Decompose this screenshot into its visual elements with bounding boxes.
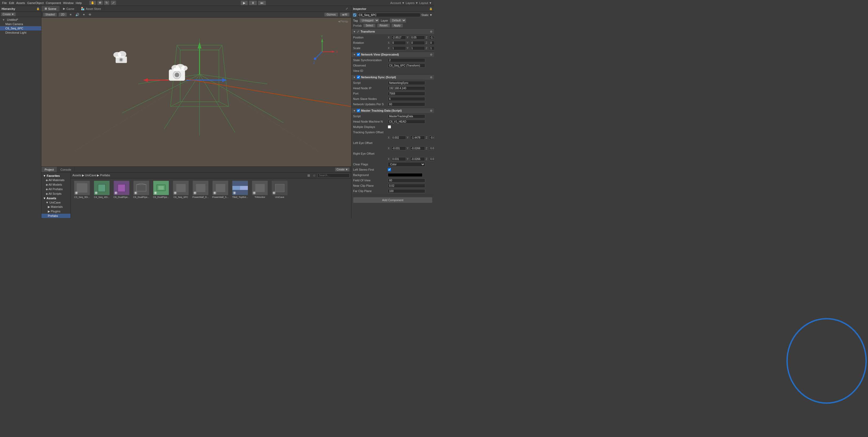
assets-menu[interactable]: Assets xyxy=(16,1,25,4)
left-eye-y-field[interactable] xyxy=(410,146,425,150)
asset-item-c3seq3di[interactable]: ▶ C3_Seq_3Di... xyxy=(73,181,91,216)
field-of-view-field[interactable] xyxy=(388,179,425,182)
hierarchy-lock-icon[interactable]: 🔒 xyxy=(36,7,39,10)
scale-y-field[interactable] xyxy=(410,46,425,50)
hierarchy-item-untitled[interactable]: ▼ Untitled* xyxy=(0,18,41,22)
asset-item-c4seq4di[interactable]: ▶ C4_Seq_4Di... xyxy=(93,181,111,216)
hierarchy-item-directional-light[interactable]: Directional Light xyxy=(0,30,41,35)
asset-search-input[interactable] xyxy=(317,174,350,178)
audio-icon[interactable]: 🔊 xyxy=(74,12,80,17)
lighting-icon[interactable]: ☀ xyxy=(68,12,73,17)
hidden-objects-icon[interactable]: 👁 xyxy=(88,12,92,17)
tab-scene[interactable]: ⊞ Scene xyxy=(41,6,60,11)
multiple-displays-checkbox[interactable] xyxy=(388,125,391,128)
all-models-item[interactable]: ◈ All Models xyxy=(41,182,70,187)
assets-section[interactable]: ▼ Assets xyxy=(41,196,70,200)
script-field[interactable] xyxy=(388,81,425,85)
all-prefabs-item[interactable]: ◈ All Prefabs xyxy=(41,187,70,191)
tab-console[interactable]: Console xyxy=(57,167,74,172)
far-clip-field[interactable] xyxy=(388,189,425,193)
2d-mode-btn[interactable]: 2D xyxy=(59,12,67,17)
network-view-settings-icon[interactable]: ⚙ xyxy=(430,53,432,56)
asset-item-powerwall-d[interactable]: ▶ PowerWall_D... xyxy=(191,181,210,216)
shading-mode-dropdown[interactable]: Shaded xyxy=(43,12,57,17)
asset-item-unicave[interactable]: ▶ UniCave xyxy=(271,181,289,216)
observed-field[interactable] xyxy=(388,64,425,68)
port-field[interactable] xyxy=(388,92,425,96)
edit-menu[interactable]: Edit xyxy=(9,1,14,4)
left-stereo-checkbox[interactable] xyxy=(388,168,391,171)
scale-tool[interactable]: ⤢ xyxy=(111,1,116,5)
network-view-header[interactable]: ▼ Network View (Deprecated) ⚙ xyxy=(351,52,434,57)
network-view-checkbox[interactable] xyxy=(357,53,360,56)
rotate-tool[interactable]: ↻ xyxy=(104,1,110,5)
asset-item-trimonitor[interactable]: ▶ TriMonitor xyxy=(251,181,269,216)
asset-item-tiled-topbot[interactable]: ▶ Tiled_TopBot... xyxy=(231,181,249,216)
play-button[interactable]: ▶ xyxy=(241,1,248,5)
asset-star-icon[interactable]: ☆ xyxy=(312,174,316,178)
hierarchy-create-btn[interactable]: Create ▼ xyxy=(1,12,16,16)
inspector-lock-icon[interactable]: 🔒 xyxy=(429,7,432,10)
asset-view-icon[interactable]: ⊞ xyxy=(307,174,311,178)
hand-tool[interactable]: ✋ xyxy=(89,1,96,5)
step-button[interactable]: ⏭ xyxy=(258,1,266,5)
left-eye-z-field[interactable] xyxy=(429,146,434,150)
tag-dropdown[interactable]: Untagged xyxy=(360,18,379,23)
master-tracking-header[interactable]: ▼ Master Tracking Data (Script) ⚙ xyxy=(351,108,434,113)
transform-header[interactable]: ▼ ⤢ Transform ⚙ xyxy=(351,29,434,34)
tab-project[interactable]: Project xyxy=(41,167,57,172)
head-node-ip-field[interactable] xyxy=(388,86,425,90)
layer-dropdown[interactable]: Default xyxy=(390,18,406,23)
asset-item-c6dualpipe1[interactable]: ▶ C6_DualPipe... xyxy=(113,181,131,216)
near-clip-field[interactable] xyxy=(388,184,425,188)
networking-sync-header[interactable]: ▼ Networking Sync (Script) ⚙ xyxy=(351,75,434,80)
static-label[interactable]: Static ▼ xyxy=(422,13,432,17)
project-create-btn[interactable]: Create ▼ xyxy=(335,167,350,171)
networking-sync-checkbox[interactable] xyxy=(357,75,360,79)
state-sync-field[interactable] xyxy=(388,58,425,62)
all-scripts-item[interactable]: ◈ All Scripts xyxy=(41,191,70,196)
unicave-folder[interactable]: ▼ UniCave xyxy=(41,200,70,205)
pos-y-field[interactable] xyxy=(410,35,425,39)
head-node-machine-field[interactable] xyxy=(388,120,425,124)
transform-settings-icon[interactable]: ⚙ xyxy=(430,30,432,33)
move-tool[interactable]: ✥ xyxy=(97,1,103,5)
hierarchy-item-c6seq6pc[interactable]: C6_Seq_6PC xyxy=(0,26,41,30)
revert-btn[interactable]: Revert xyxy=(377,24,390,28)
window-menu[interactable]: Window xyxy=(63,1,73,4)
tab-game[interactable]: ▶ Game xyxy=(60,6,78,11)
scale-x-field[interactable] xyxy=(391,46,406,50)
apply-btn[interactable]: Apply xyxy=(392,24,403,28)
component-menu[interactable]: Component xyxy=(46,1,61,4)
scale-z-field[interactable] xyxy=(429,46,434,50)
viewport[interactable]: X Y Z ◄Persp xyxy=(41,18,351,166)
track-y-field[interactable] xyxy=(410,136,425,140)
right-eye-y-field[interactable] xyxy=(410,157,425,161)
right-eye-x-field[interactable] xyxy=(391,157,406,161)
materials-folder[interactable]: ▶ Materials xyxy=(41,205,70,209)
left-eye-x-field[interactable] xyxy=(391,146,406,150)
file-menu[interactable]: File xyxy=(2,1,7,4)
background-color-swatch[interactable] xyxy=(388,173,423,177)
rot-x-field[interactable] xyxy=(391,41,406,45)
object-active-checkbox[interactable] xyxy=(353,13,356,17)
all-layers-btn[interactable]: ◈All xyxy=(340,12,350,17)
asset-item-c6dualpipe2[interactable]: ▶ C6_DualPipe... xyxy=(132,181,150,216)
object-name-field[interactable] xyxy=(358,13,421,17)
effects-icon[interactable]: ✦ xyxy=(82,12,86,17)
tab-asset-store[interactable]: 🏪 Asset Store xyxy=(78,6,104,11)
add-component-btn[interactable]: Add Component xyxy=(353,197,432,203)
rot-y-field[interactable] xyxy=(410,41,425,45)
network-updates-field[interactable] xyxy=(388,102,425,106)
track-x-field[interactable] xyxy=(391,136,406,140)
master-tracking-settings-icon[interactable]: ⚙ xyxy=(430,109,432,112)
master-tracking-checkbox[interactable] xyxy=(357,109,360,112)
pos-z-field[interactable] xyxy=(429,35,434,39)
rot-z-field[interactable] xyxy=(429,41,434,45)
asset-item-c6dualpipe3[interactable]: ▶ C6_DualPipe... xyxy=(152,181,170,216)
mt-script-field[interactable] xyxy=(388,114,425,118)
maximize-icon[interactable]: ⤢ xyxy=(342,6,351,11)
pos-x-field[interactable] xyxy=(391,35,406,39)
gameobject-menu[interactable]: GameObject xyxy=(27,1,44,4)
num-slave-field[interactable] xyxy=(388,97,425,101)
